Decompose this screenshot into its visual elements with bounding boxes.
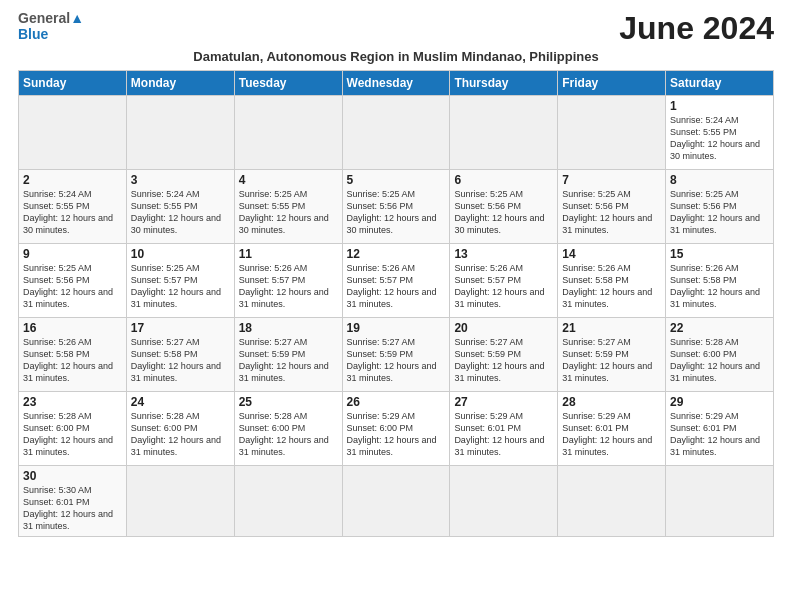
calendar-cell: [342, 466, 450, 537]
day-info: Sunrise: 5:25 AM Sunset: 5:56 PM Dayligh…: [23, 262, 122, 311]
day-number: 26: [347, 395, 446, 409]
day-info: Sunrise: 5:29 AM Sunset: 6:01 PM Dayligh…: [670, 410, 769, 459]
calendar-cell: [234, 466, 342, 537]
day-number: 23: [23, 395, 122, 409]
day-info: Sunrise: 5:28 AM Sunset: 6:00 PM Dayligh…: [131, 410, 230, 459]
day-number: 17: [131, 321, 230, 335]
day-number: 2: [23, 173, 122, 187]
calendar-cell: [558, 96, 666, 170]
day-number: 11: [239, 247, 338, 261]
calendar-cell: 13Sunrise: 5:26 AM Sunset: 5:57 PM Dayli…: [450, 244, 558, 318]
day-info: Sunrise: 5:29 AM Sunset: 6:01 PM Dayligh…: [454, 410, 553, 459]
calendar-cell: 26Sunrise: 5:29 AM Sunset: 6:00 PM Dayli…: [342, 392, 450, 466]
day-number: 3: [131, 173, 230, 187]
day-number: 9: [23, 247, 122, 261]
day-info: Sunrise: 5:29 AM Sunset: 6:00 PM Dayligh…: [347, 410, 446, 459]
calendar-cell: 21Sunrise: 5:27 AM Sunset: 5:59 PM Dayli…: [558, 318, 666, 392]
day-info: Sunrise: 5:25 AM Sunset: 5:57 PM Dayligh…: [131, 262, 230, 311]
calendar-cell: [342, 96, 450, 170]
calendar-cell: 7Sunrise: 5:25 AM Sunset: 5:56 PM Daylig…: [558, 170, 666, 244]
month-title: June 2024: [619, 10, 774, 47]
calendar-cell: 8Sunrise: 5:25 AM Sunset: 5:56 PM Daylig…: [666, 170, 774, 244]
calendar-cell: 23Sunrise: 5:28 AM Sunset: 6:00 PM Dayli…: [19, 392, 127, 466]
calendar-cell: 16Sunrise: 5:26 AM Sunset: 5:58 PM Dayli…: [19, 318, 127, 392]
day-number: 15: [670, 247, 769, 261]
calendar-cell: 22Sunrise: 5:28 AM Sunset: 6:00 PM Dayli…: [666, 318, 774, 392]
day-info: Sunrise: 5:25 AM Sunset: 5:55 PM Dayligh…: [239, 188, 338, 237]
calendar-cell: 18Sunrise: 5:27 AM Sunset: 5:59 PM Dayli…: [234, 318, 342, 392]
calendar-cell: 12Sunrise: 5:26 AM Sunset: 5:57 PM Dayli…: [342, 244, 450, 318]
day-number: 4: [239, 173, 338, 187]
calendar-cell: 14Sunrise: 5:26 AM Sunset: 5:58 PM Dayli…: [558, 244, 666, 318]
day-number: 5: [347, 173, 446, 187]
day-info: Sunrise: 5:24 AM Sunset: 5:55 PM Dayligh…: [23, 188, 122, 237]
calendar-cell: 25Sunrise: 5:28 AM Sunset: 6:00 PM Dayli…: [234, 392, 342, 466]
calendar-cell: [126, 466, 234, 537]
calendar-cell: [234, 96, 342, 170]
day-number: 12: [347, 247, 446, 261]
day-number: 29: [670, 395, 769, 409]
day-info: Sunrise: 5:27 AM Sunset: 5:59 PM Dayligh…: [347, 336, 446, 385]
weekday-header-sunday: Sunday: [19, 71, 127, 96]
day-number: 10: [131, 247, 230, 261]
day-info: Sunrise: 5:26 AM Sunset: 5:58 PM Dayligh…: [562, 262, 661, 311]
day-number: 18: [239, 321, 338, 335]
day-info: Sunrise: 5:24 AM Sunset: 5:55 PM Dayligh…: [670, 114, 769, 163]
calendar-cell: 2Sunrise: 5:24 AM Sunset: 5:55 PM Daylig…: [19, 170, 127, 244]
weekday-header-thursday: Thursday: [450, 71, 558, 96]
day-number: 14: [562, 247, 661, 261]
day-number: 25: [239, 395, 338, 409]
day-info: Sunrise: 5:26 AM Sunset: 5:57 PM Dayligh…: [454, 262, 553, 311]
calendar-cell: 29Sunrise: 5:29 AM Sunset: 6:01 PM Dayli…: [666, 392, 774, 466]
day-info: Sunrise: 5:25 AM Sunset: 5:56 PM Dayligh…: [670, 188, 769, 237]
calendar-cell: 9Sunrise: 5:25 AM Sunset: 5:56 PM Daylig…: [19, 244, 127, 318]
day-number: 7: [562, 173, 661, 187]
day-number: 19: [347, 321, 446, 335]
calendar-cell: 15Sunrise: 5:26 AM Sunset: 5:58 PM Dayli…: [666, 244, 774, 318]
calendar-cell: [19, 96, 127, 170]
calendar-table: SundayMondayTuesdayWednesdayThursdayFrid…: [18, 70, 774, 537]
calendar-cell: 6Sunrise: 5:25 AM Sunset: 5:56 PM Daylig…: [450, 170, 558, 244]
day-info: Sunrise: 5:26 AM Sunset: 5:58 PM Dayligh…: [670, 262, 769, 311]
calendar-cell: 10Sunrise: 5:25 AM Sunset: 5:57 PM Dayli…: [126, 244, 234, 318]
day-number: 20: [454, 321, 553, 335]
day-number: 30: [23, 469, 122, 483]
day-info: Sunrise: 5:28 AM Sunset: 6:00 PM Dayligh…: [670, 336, 769, 385]
day-number: 6: [454, 173, 553, 187]
day-info: Sunrise: 5:24 AM Sunset: 5:55 PM Dayligh…: [131, 188, 230, 237]
day-info: Sunrise: 5:28 AM Sunset: 6:00 PM Dayligh…: [23, 410, 122, 459]
day-number: 22: [670, 321, 769, 335]
weekday-header-saturday: Saturday: [666, 71, 774, 96]
weekday-header-friday: Friday: [558, 71, 666, 96]
day-number: 1: [670, 99, 769, 113]
day-info: Sunrise: 5:27 AM Sunset: 5:59 PM Dayligh…: [454, 336, 553, 385]
weekday-header-monday: Monday: [126, 71, 234, 96]
day-info: Sunrise: 5:26 AM Sunset: 5:57 PM Dayligh…: [239, 262, 338, 311]
calendar-cell: 3Sunrise: 5:24 AM Sunset: 5:55 PM Daylig…: [126, 170, 234, 244]
calendar-cell: 17Sunrise: 5:27 AM Sunset: 5:58 PM Dayli…: [126, 318, 234, 392]
weekday-header-wednesday: Wednesday: [342, 71, 450, 96]
day-info: Sunrise: 5:25 AM Sunset: 5:56 PM Dayligh…: [347, 188, 446, 237]
calendar-cell: [450, 96, 558, 170]
calendar-cell: 27Sunrise: 5:29 AM Sunset: 6:01 PM Dayli…: [450, 392, 558, 466]
calendar-cell: 4Sunrise: 5:25 AM Sunset: 5:55 PM Daylig…: [234, 170, 342, 244]
logo: General▲ Blue: [18, 10, 84, 42]
day-number: 24: [131, 395, 230, 409]
day-number: 27: [454, 395, 553, 409]
day-number: 28: [562, 395, 661, 409]
calendar-cell: 20Sunrise: 5:27 AM Sunset: 5:59 PM Dayli…: [450, 318, 558, 392]
calendar-cell: 11Sunrise: 5:26 AM Sunset: 5:57 PM Dayli…: [234, 244, 342, 318]
day-info: Sunrise: 5:27 AM Sunset: 5:59 PM Dayligh…: [562, 336, 661, 385]
day-info: Sunrise: 5:25 AM Sunset: 5:56 PM Dayligh…: [562, 188, 661, 237]
day-info: Sunrise: 5:29 AM Sunset: 6:01 PM Dayligh…: [562, 410, 661, 459]
day-info: Sunrise: 5:26 AM Sunset: 5:58 PM Dayligh…: [23, 336, 122, 385]
day-number: 21: [562, 321, 661, 335]
calendar-cell: 30Sunrise: 5:30 AM Sunset: 6:01 PM Dayli…: [19, 466, 127, 537]
day-info: Sunrise: 5:25 AM Sunset: 5:56 PM Dayligh…: [454, 188, 553, 237]
day-number: 13: [454, 247, 553, 261]
calendar-cell: [666, 466, 774, 537]
subtitle: Damatulan, Autonomous Region in Muslim M…: [18, 49, 774, 64]
day-info: Sunrise: 5:27 AM Sunset: 5:58 PM Dayligh…: [131, 336, 230, 385]
day-info: Sunrise: 5:27 AM Sunset: 5:59 PM Dayligh…: [239, 336, 338, 385]
calendar-cell: 5Sunrise: 5:25 AM Sunset: 5:56 PM Daylig…: [342, 170, 450, 244]
